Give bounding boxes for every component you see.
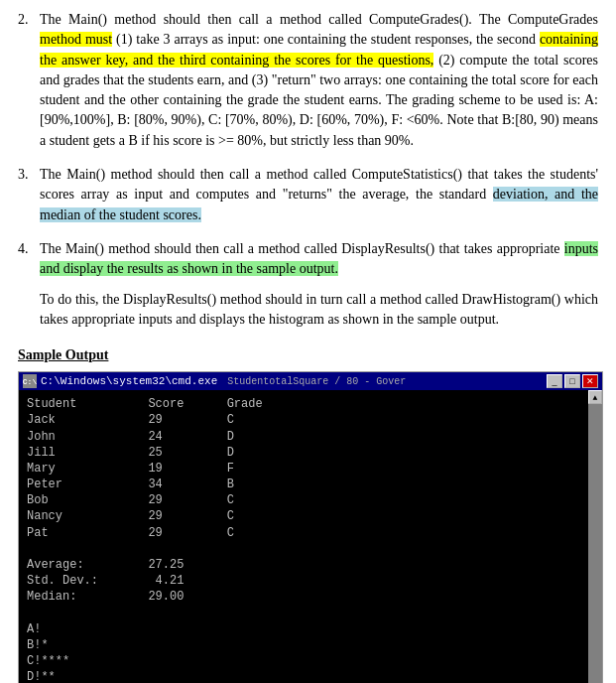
- item-number-3: 3.: [18, 165, 40, 225]
- highlight-method-must: method must: [40, 32, 112, 47]
- item-number-4: 4.: [18, 239, 40, 330]
- item-text-4: The Main() method should then call a met…: [40, 239, 598, 330]
- highlight-answer-key: containing the answer key, and the third…: [40, 32, 598, 67]
- cmd-body: Student Score Grade Jack 29 C John 24 D …: [19, 390, 602, 683]
- list-item-4: 4. The Main() method should then call a …: [18, 239, 598, 330]
- cmd-titlebar-left: C:\ C:\Windows\system32\cmd.exe Studento…: [23, 374, 406, 388]
- item-text-2: The Main() method should then call a met…: [40, 10, 598, 151]
- scroll-up-button[interactable]: ▲: [588, 390, 602, 404]
- list-item-2: 2. The Main() method should then call a …: [18, 10, 598, 151]
- sample-output-section: Sample Output C:\ C:\Windows\system32\cm…: [18, 347, 598, 683]
- scroll-track[interactable]: [588, 404, 602, 683]
- sample-output-label: Sample Output: [18, 347, 598, 363]
- minimize-button[interactable]: _: [547, 374, 562, 388]
- cmd-titlebar: C:\ C:\Windows\system32\cmd.exe Studento…: [19, 372, 602, 390]
- cmd-icon: C:\: [23, 374, 37, 388]
- cmd-title-text: C:\Windows\system32\cmd.exe: [41, 375, 217, 387]
- list-item-3: 3. The Main() method should then call a …: [18, 165, 598, 225]
- content-area: 2. The Main() method should then call a …: [18, 10, 598, 683]
- highlight-deviation: deviation, and the median of the student…: [40, 187, 598, 221]
- close-button[interactable]: ✕: [582, 374, 598, 388]
- cmd-controls[interactable]: _ □ ✕: [547, 374, 598, 388]
- highlight-inputs: inputs and display the results as shown …: [40, 241, 598, 276]
- cmd-window: C:\ C:\Windows\system32\cmd.exe Studento…: [18, 371, 603, 683]
- restore-button[interactable]: □: [564, 374, 580, 388]
- cmd-scrollbar[interactable]: ▲ ▼: [588, 390, 602, 683]
- item-number-2: 2.: [18, 10, 40, 151]
- item-text-3: The Main() method should then call a met…: [40, 165, 598, 225]
- cmd-subtitle: StudentotalSquare / 80 - Gover: [227, 376, 406, 387]
- cmd-output-text: Student Score Grade Jack 29 C John 24 D …: [27, 396, 594, 683]
